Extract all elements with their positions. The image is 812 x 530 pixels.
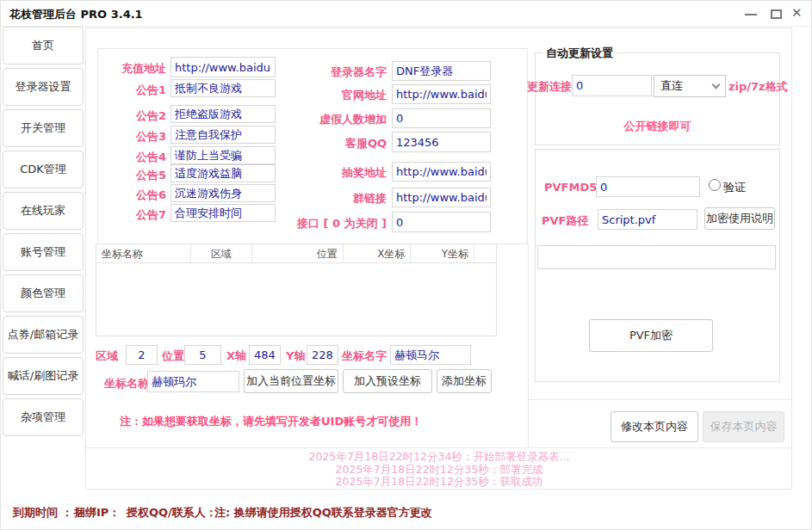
sidebar-item-misc[interactable]: 杂项管理 (3, 398, 84, 436)
notice4-label: 公告4 (102, 150, 166, 165)
notice7-input[interactable] (170, 204, 276, 222)
sidebar-item-label: CDK管理 (20, 162, 66, 177)
encrypt-help-button[interactable]: 加密使用说明 (704, 207, 775, 230)
api-port-input[interactable] (392, 212, 491, 232)
update-link-label: 更新连接 (527, 79, 572, 95)
coords-note: 注：如果想要获取坐标，请先填写开发者UID账号才可使用！ (120, 414, 422, 429)
verify-radio[interactable] (709, 179, 721, 191)
button-label: PVF加密 (629, 328, 673, 343)
add-preset-coord-button[interactable]: 加入预设坐标 (343, 369, 432, 393)
pvf-path-input[interactable] (598, 209, 697, 230)
notice2-input[interactable] (170, 105, 276, 123)
position-input[interactable] (184, 345, 221, 365)
x-axis-input[interactable] (249, 345, 281, 365)
status-auth-qq: 授权QQ/联系人： (127, 505, 217, 521)
official-url-label: 官网地址 (285, 88, 387, 103)
sidebar-item-switches[interactable]: 开关管理 (3, 109, 84, 147)
notice7-label: 公告7 (102, 207, 166, 223)
status-bind-ip: 捆绑IP： (74, 505, 120, 521)
save-page-button[interactable]: 保存本页内容 (703, 411, 784, 442)
sidebar-item-login-settings[interactable]: 登录器设置 (3, 68, 84, 106)
pvfmd5-input[interactable] (596, 176, 700, 197)
sidebar-item-colors[interactable]: 颜色管理 (3, 274, 84, 312)
verify-label: 验证 (723, 180, 746, 195)
notice6-label: 公告6 (102, 188, 166, 203)
sidebar-item-cdk[interactable]: CDK管理 (3, 151, 84, 188)
button-label: 加密使用说明 (706, 211, 773, 226)
launcher-name-input[interactable] (392, 61, 491, 81)
sidebar-item-accounts[interactable]: 账号管理 (3, 233, 84, 271)
official-url-input[interactable] (392, 84, 491, 104)
sidebar-item-label: 点券/邮箱记录 (8, 327, 78, 342)
area-input[interactable] (126, 345, 158, 365)
coord-name2-input[interactable] (390, 345, 471, 365)
y-axis-input[interactable] (307, 345, 338, 365)
sidebar-item-label: 登录器设置 (15, 79, 71, 95)
update-mode-dropdown[interactable]: 直连 (654, 75, 726, 97)
button-label: 修改本页内容 (621, 419, 688, 434)
log-divider (86, 447, 792, 448)
add-coord-button[interactable]: 添加坐标 (437, 369, 492, 393)
group-link-input[interactable] (392, 188, 491, 207)
public-link-hint: 公开链接即可 (535, 119, 780, 134)
sidebar-item-home[interactable]: 首页 (3, 27, 84, 65)
lottery-url-input[interactable] (392, 162, 491, 182)
recharge-url-label: 充值地址 (102, 61, 166, 77)
status-expire-time: 到期时间 ： (13, 505, 73, 521)
fake-count-input[interactable] (392, 108, 491, 128)
notice6-input[interactable] (170, 184, 276, 202)
pvf-extra-input[interactable] (537, 245, 776, 269)
add-current-position-button[interactable]: 加入当前位置坐标 (244, 369, 338, 393)
update-mode-selected: 直连 (660, 78, 683, 94)
window-title: 花枝管理后台 PRO 3.4.1 (9, 7, 143, 22)
sidebar-item-online-players[interactable]: 在线玩家 (3, 192, 84, 230)
sidebar-item-label: 颜色管理 (21, 286, 65, 301)
notice5-input[interactable] (170, 164, 276, 182)
coords-table: 坐标名称 区域 位置 X坐标 Y坐标 (96, 243, 497, 336)
maximize-icon[interactable] (771, 9, 782, 19)
button-label: 加入预设坐标 (354, 373, 421, 389)
sidebar-item-label: 账号管理 (21, 244, 65, 260)
button-label: 保存本页内容 (710, 419, 778, 434)
col-header-y[interactable]: Y坐标 (411, 244, 474, 262)
pvf-encrypt-button[interactable]: PVF加密 (589, 319, 713, 352)
service-qq-input[interactable] (392, 132, 491, 152)
pvfmd5-label: PVFMD5 (544, 181, 597, 194)
col-header-x[interactable]: X坐标 (344, 244, 412, 262)
notice3-label: 公告3 (102, 129, 166, 145)
update-link-input[interactable] (572, 75, 652, 96)
y-axis-label: Y轴 (286, 348, 305, 364)
notice4-input[interactable] (170, 146, 276, 164)
sidebar-item-shout-log[interactable]: 喊话/刷图记录 (3, 357, 84, 395)
auto-update-title: 自动更新设置 (542, 46, 617, 61)
notice3-input[interactable] (170, 126, 276, 144)
vertical-divider (528, 243, 529, 448)
col-header-area[interactable]: 区域 (191, 244, 253, 262)
fake-count-label: 虚假人数增加 (285, 112, 387, 127)
modify-page-button[interactable]: 修改本页内容 (611, 411, 698, 442)
close-icon[interactable]: ✕ (791, 5, 803, 21)
sidebar-item-label: 首页 (32, 38, 54, 53)
sidebar-item-label: 开关管理 (21, 120, 65, 136)
service-qq-label: 客服QQ (285, 136, 387, 151)
group-link-label: 群链接 (285, 191, 387, 206)
area-label: 区域 (96, 348, 118, 364)
notice1-input[interactable] (170, 79, 276, 97)
col-header-position[interactable]: 位置 (252, 244, 344, 262)
sidebar-item-label: 喊话/刷图记录 (8, 368, 78, 384)
status-rebind-note: 注: 换绑请使用授权QQ联系登录器官方更改 (214, 505, 432, 521)
recharge-url-input[interactable] (170, 57, 276, 77)
titlebar-divider (1, 26, 812, 27)
chevron-down-icon (712, 81, 721, 89)
sidebar-item-label: 杂项管理 (21, 410, 65, 425)
sidebar-item-points-mail-log[interactable]: 点券/邮箱记录 (3, 316, 84, 354)
minimize-icon[interactable] (745, 14, 757, 15)
pvf-path-label: PVF路径 (542, 213, 588, 229)
col-header-coord-name[interactable]: 坐标名称 (96, 244, 191, 262)
notice5-label: 公告5 (102, 168, 166, 183)
lottery-url-label: 抽奖地址 (285, 165, 387, 181)
right-panel-divider (529, 399, 792, 400)
zip-format-label: zip/7z格式 (728, 79, 788, 95)
notice2-label: 公告2 (102, 108, 166, 124)
coord-name-input[interactable] (147, 371, 239, 392)
